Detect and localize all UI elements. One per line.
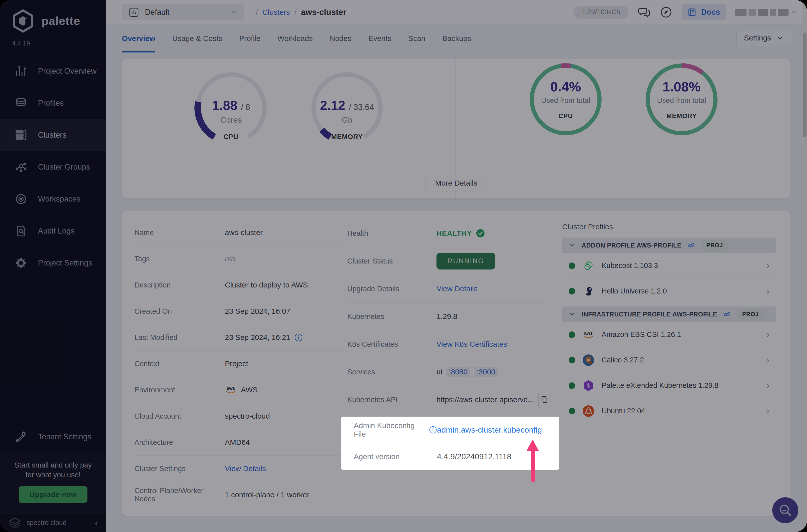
doc-search-icon (15, 225, 27, 238)
cpu-gauge-label: CPU (192, 133, 270, 141)
sidebar-item-project-settings[interactable]: Project Settings (0, 247, 106, 279)
breadcrumb-clusters-link[interactable]: Clusters (262, 8, 290, 17)
user-menu[interactable] (735, 9, 797, 16)
detail-row-description: DescriptionCluster to deploy to AWS. (134, 272, 347, 298)
profile-item-amazon-ebs-csi-1-26-1[interactable]: aws Amazon EBS CSI 1.26.1 › (562, 322, 776, 347)
memory-usage-caption: Used from total (657, 96, 706, 104)
footer-brand: spectro cloud (26, 519, 90, 527)
memory-usage-ring: 1.08% Used from total MEMORY (643, 61, 720, 138)
status-row-health: HealthHEALTHY (347, 220, 547, 247)
service-port-link[interactable]: :3000 (474, 367, 498, 377)
detail-row-control-plane-worker-nodes: Control Plane/Worker Nodes1 control-plan… (134, 482, 347, 508)
status-dot (569, 382, 575, 389)
cluster-settings-link[interactable]: View Details (225, 464, 266, 473)
app-window: palette 4.4.19 Project Overview Profiles… (0, 0, 807, 532)
breadcrumb: / Clusters / aws-cluster (256, 7, 346, 17)
tab-overview[interactable]: Overview (122, 24, 155, 53)
tab-profile[interactable]: Profile (239, 24, 261, 53)
upgrade-now-button[interactable]: Upgrade now (19, 486, 87, 503)
sidebar-item-tenant-settings[interactable]: Tenant Settings (0, 421, 106, 453)
sidebar-item-project-overview[interactable]: Project Overview (0, 55, 106, 87)
detail-row-context: ContextProject (134, 351, 347, 377)
profile-item-palette-extended-kubernetes-1-29-8[interactable]: ✳ Palette eXtended Kubernetes 1.29.8 › (562, 373, 776, 398)
agent-version-value: 4.4.9/20240912.1118 (437, 452, 511, 461)
link-icon (723, 310, 731, 318)
k8s-certificates-link[interactable]: View K8s Certificates (436, 340, 507, 348)
docs-button[interactable]: Docs (681, 4, 726, 20)
cluster-status-pill[interactable]: RUNNING (436, 253, 495, 269)
app-version: 4.4.19 (12, 39, 30, 47)
status-dot (569, 331, 575, 338)
main-area: Default / Clusters / aws-cluster 1.29/10… (106, 0, 807, 532)
project-selector[interactable]: Default (122, 4, 244, 20)
svg-text:aws: aws (227, 386, 235, 391)
details-column: Nameaws-cluster Tagsn/a DescriptionClust… (134, 220, 347, 508)
docs-label: Docs (701, 8, 720, 17)
sidebar-item-audit-logs[interactable]: Audit Logs (0, 215, 106, 247)
chevron-down-icon (569, 311, 576, 318)
service-port-link[interactable]: :8080 (446, 367, 470, 377)
gear-icon (15, 256, 27, 269)
compass-icon[interactable] (660, 6, 673, 19)
status-dot (569, 288, 575, 294)
sidebar-item-label: Tenant Settings (38, 432, 91, 441)
sidebar-item-profiles[interactable]: Profiles (0, 87, 106, 119)
tab-events[interactable]: Events (368, 24, 391, 53)
spotlight-box: Admin Kubeconfig File admin.aws-cluster.… (341, 417, 559, 470)
tab-scan[interactable]: Scan (408, 24, 425, 53)
cpu-usage-caption: Used from total (541, 96, 590, 104)
bar-chart-icon (128, 7, 139, 18)
cpu-gauge-value: 1.88 / 8 (212, 98, 250, 113)
profile-section-addon-profile-aws-profile[interactable]: ADDON PROFILE AWS-PROFILE PROJ (562, 238, 776, 253)
admin-kubeconfig-link[interactable]: admin.aws-cluster.kubeconfig (437, 425, 542, 435)
highlight-arrow-icon (525, 440, 540, 482)
search-assistant-button[interactable] (772, 497, 798, 523)
top-bar: Default / Clusters / aws-cluster 1.29/10… (106, 0, 807, 24)
chevron-right-icon: › (766, 260, 770, 271)
pxk-icon: ✳ (582, 379, 595, 392)
scrollbar[interactable] (803, 0, 807, 532)
detail-row-tags: Tagsn/a (134, 246, 347, 272)
magnifier-smile-icon (778, 503, 793, 518)
info-icon[interactable] (429, 425, 437, 434)
settings-button[interactable]: Settings (736, 30, 791, 46)
chat-icon[interactable] (638, 6, 651, 19)
tab-usage-costs[interactable]: Usage & Costs (172, 24, 222, 53)
cluster-details-card: Nameaws-cluster Tagsn/a DescriptionClust… (122, 211, 790, 516)
copy-api-url-button[interactable] (539, 391, 550, 408)
status-dot (569, 408, 575, 414)
more-details-button[interactable]: More Details (426, 175, 487, 191)
detail-row-last-modified: Last Modified23 Sep 2024, 16:21 (134, 324, 347, 351)
cpu-usage-ring: 0.4% Used from total CPU (527, 61, 604, 138)
status-row-kubernetes: Kubernetes1.29.8 (347, 303, 547, 330)
tab-backups[interactable]: Backups (443, 24, 471, 53)
upgrade-details-link[interactable]: View Details (436, 284, 478, 293)
detail-row-name: Nameaws-cluster (134, 220, 347, 246)
profile-item-kubecost-1-103-3[interactable]: Kubecost 1.103.3 › (562, 253, 776, 279)
link-icon (687, 241, 695, 249)
profile-section-infrastructure-profile-aws-profile[interactable]: INFRASTRUCTURE PROFILE AWS-PROFILE PROJ (562, 306, 776, 322)
scrollbar-thumb[interactable] (803, 33, 807, 137)
status-row-k8s-certificates: K8s CertificatesView K8s Certificates (347, 330, 547, 358)
status-column: HealthHEALTHY Cluster StatusRUNNING Upgr… (347, 220, 547, 413)
sidebar-item-clusters[interactable]: Clusters (0, 119, 106, 151)
sidebar-item-workspaces[interactable]: Workspaces (0, 183, 106, 215)
sidebar-item-cluster-groups[interactable]: Cluster Groups (0, 151, 106, 183)
chevron-right-icon: › (766, 355, 770, 365)
status-dot (569, 263, 575, 269)
tab-workloads[interactable]: Workloads (278, 24, 313, 53)
tools-icon (15, 430, 27, 443)
chevron-down-icon (230, 8, 238, 16)
tab-nodes[interactable]: Nodes (330, 24, 352, 53)
agent-version-label: Agent version (354, 452, 399, 461)
cluster-profiles-title: Cluster Profiles (562, 223, 776, 231)
profile-item-ubuntu-22-04[interactable]: Ubuntu 22.04 › (562, 398, 776, 424)
status-row-kubernetes-api: Kubernetes APIhttps://aws-cluster-apiser… (347, 386, 547, 413)
collapse-sidebar-icon[interactable]: ‹ (95, 518, 98, 528)
project-selector-label: Default (145, 8, 225, 17)
profile-item-hello-universe-1-2-0[interactable]: Hello Universe 1.2.0 › (562, 279, 776, 304)
profile-item-calico-3-27-2[interactable]: Calico 3.27.2 › (562, 347, 776, 373)
detail-row-environment: EnvironmentawsAWS (134, 377, 347, 403)
metrics-card: 1.88 / 8 Cores CPU 2.12 / 33.64 Gb MEMOR… (122, 59, 790, 198)
memory-usage-pct: 1.08% (662, 79, 700, 94)
